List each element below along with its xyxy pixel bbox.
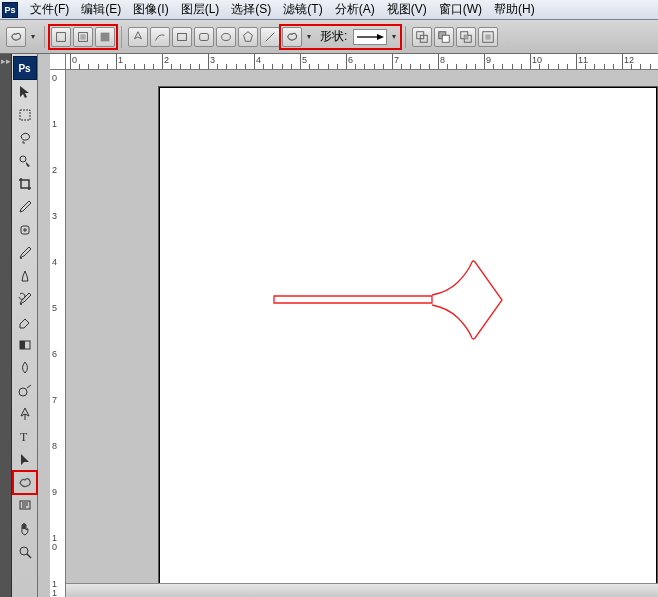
tool-pen[interactable] [13, 402, 37, 425]
ruler-tick [116, 54, 117, 70]
polygon-shape-icon[interactable] [238, 27, 258, 47]
menu-help[interactable]: 帮助(H) [488, 0, 541, 20]
ruler-number: 11 [52, 580, 57, 597]
menu-bar: Ps 文件(F) 编辑(E) 图像(I) 图层(L) 选择(S) 滤镜(T) 分… [0, 0, 658, 20]
tool-brush[interactable] [13, 241, 37, 264]
menu-filter[interactable]: 滤镜(T) [277, 0, 328, 20]
separator [44, 26, 45, 48]
svg-rect-2 [80, 34, 85, 39]
tool-custom-shape[interactable] [13, 471, 37, 494]
rectangle-shape-icon[interactable] [172, 27, 192, 47]
tool-blur[interactable] [13, 356, 37, 379]
tool-healing[interactable] [13, 218, 37, 241]
svg-text:T: T [20, 430, 28, 444]
menu-image[interactable]: 图像(I) [127, 0, 174, 20]
svg-rect-5 [200, 33, 209, 40]
fill-pixels-button[interactable] [95, 27, 115, 47]
rounded-rect-shape-icon[interactable] [194, 27, 214, 47]
add-to-shape-icon[interactable] [412, 27, 432, 47]
ruler-number: 3 [210, 55, 215, 65]
geometry-caret-icon[interactable]: ▾ [304, 29, 314, 45]
ruler-number: 8 [52, 442, 57, 451]
tool-hand[interactable] [13, 517, 37, 540]
menu-layer[interactable]: 图层(L) [175, 0, 226, 20]
svg-point-28 [20, 547, 28, 555]
canvas-content [160, 88, 656, 583]
tool-lasso[interactable] [13, 126, 37, 149]
shape-picker[interactable] [353, 29, 387, 45]
ps-header-icon: Ps [13, 56, 37, 80]
arrow-shape-drawing [272, 258, 504, 348]
subtract-shape-icon[interactable] [434, 27, 454, 47]
custom-shape-button[interactable] [282, 27, 302, 47]
tool-crop[interactable] [13, 172, 37, 195]
ruler-number: 2 [52, 166, 57, 175]
tool-preset-caret-icon[interactable]: ▾ [28, 29, 38, 45]
ruler-number: 7 [394, 55, 399, 65]
canvas-viewport[interactable] [66, 70, 658, 583]
shape-tools-group [128, 27, 280, 47]
svg-rect-0 [57, 32, 66, 41]
svg-rect-4 [178, 33, 187, 40]
ruler-number: 3 [52, 212, 57, 221]
tool-eraser[interactable] [13, 310, 37, 333]
tool-clone[interactable] [13, 264, 37, 287]
menu-edit[interactable]: 编辑(E) [75, 0, 127, 20]
horizontal-scrollbar[interactable] [66, 583, 658, 597]
svg-rect-3 [101, 32, 110, 41]
ruler-number: 6 [348, 55, 353, 65]
menu-select[interactable]: 选择(S) [225, 0, 277, 20]
panel-collapse-gutter[interactable]: ▸▸ [0, 54, 12, 597]
tool-quick-select[interactable] [13, 149, 37, 172]
ruler-tick [530, 54, 531, 70]
ruler-number: 8 [440, 55, 445, 65]
chevrons-icon: ▸▸ [1, 56, 11, 66]
ruler-tick [438, 54, 439, 70]
current-tool-icon[interactable] [6, 27, 26, 47]
ruler-tick [162, 54, 163, 70]
tool-eyedropper[interactable] [13, 195, 37, 218]
svg-rect-24 [20, 341, 25, 349]
ruler-tick [70, 54, 71, 70]
ruler-tick [392, 54, 393, 70]
path-ops-group [412, 27, 498, 47]
menu-analysis[interactable]: 分析(A) [329, 0, 381, 20]
ruler-vertical: 01234567891011 [50, 70, 66, 597]
ruler-number: 2 [164, 55, 169, 65]
menu-view[interactable]: 视图(V) [381, 0, 433, 20]
tool-gradient[interactable] [13, 333, 37, 356]
tool-marquee[interactable] [13, 103, 37, 126]
svg-marker-10 [377, 34, 384, 40]
exclude-shape-icon[interactable] [478, 27, 498, 47]
ellipse-shape-icon[interactable] [216, 27, 236, 47]
intersect-shape-icon[interactable] [456, 27, 476, 47]
svg-marker-7 [244, 31, 253, 41]
line-shape-icon[interactable] [260, 27, 280, 47]
tool-notes[interactable] [13, 494, 37, 517]
tool-path-select[interactable] [13, 448, 37, 471]
pen-shape-icon[interactable] [128, 27, 148, 47]
freeform-pen-icon[interactable] [150, 27, 170, 47]
ruler-tick [622, 54, 623, 70]
ruler-number: 0 [52, 74, 57, 83]
paths-button[interactable] [73, 27, 93, 47]
tool-move[interactable] [13, 80, 37, 103]
tool-dodge[interactable] [13, 379, 37, 402]
canvas[interactable] [158, 86, 658, 583]
tool-history-brush[interactable] [13, 287, 37, 310]
svg-rect-20 [20, 110, 30, 120]
ruler-number: 9 [52, 488, 57, 497]
ruler-horizontal: 012345678910111213 [66, 54, 658, 70]
ruler-tick [254, 54, 255, 70]
layer-mode-group [51, 27, 115, 47]
tool-type[interactable]: T [13, 425, 37, 448]
tool-zoom[interactable] [13, 540, 37, 563]
menu-window[interactable]: 窗口(W) [433, 0, 488, 20]
separator [405, 26, 406, 48]
shape-layers-button[interactable] [51, 27, 71, 47]
ruler-tick [208, 54, 209, 70]
ruler-corner [50, 54, 66, 70]
shape-picker-caret-icon[interactable]: ▾ [389, 29, 399, 45]
ruler-tick [484, 54, 485, 70]
menu-file[interactable]: 文件(F) [24, 0, 75, 20]
